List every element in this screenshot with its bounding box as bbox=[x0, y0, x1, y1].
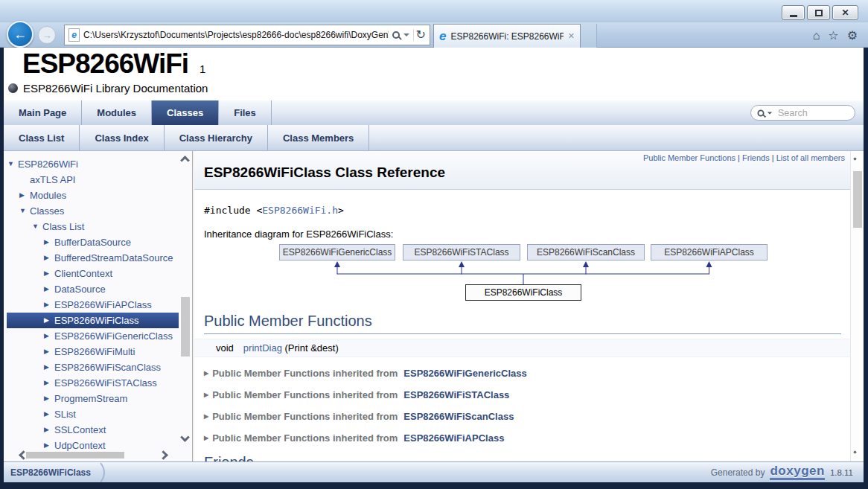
chevron-down-icon[interactable] bbox=[403, 33, 409, 36]
scroll-up-icon[interactable] bbox=[180, 156, 190, 165]
sidebar-item-class-list[interactable]: Class List bbox=[4, 219, 179, 234]
expand-arrow-icon[interactable] bbox=[204, 391, 208, 398]
sidebar-item-label: SList bbox=[54, 409, 76, 420]
inherited-class-link[interactable]: ESP8266WiFiSTAClass bbox=[403, 389, 509, 400]
tab-main-page[interactable]: Main Page bbox=[4, 100, 82, 125]
summary-link-friends[interactable]: Friends bbox=[742, 153, 770, 162]
inherited-class-link[interactable]: ESP8266WiFiAPClass bbox=[403, 432, 504, 444]
expand-arrow-icon[interactable] bbox=[204, 370, 208, 377]
search-icon[interactable] bbox=[758, 109, 765, 116]
minimize-button[interactable] bbox=[782, 5, 805, 20]
back-button[interactable]: ← bbox=[7, 21, 33, 48]
content-vertical-scrollbar[interactable] bbox=[850, 151, 864, 461]
forward-button[interactable]: → bbox=[38, 26, 56, 44]
address-bar[interactable]: e ↻ bbox=[64, 25, 430, 45]
tree-expand-icon[interactable] bbox=[19, 207, 26, 214]
tree-expand-icon[interactable] bbox=[44, 254, 49, 261]
chevron-down-icon[interactable] bbox=[768, 112, 772, 114]
tree-expand-icon[interactable] bbox=[44, 316, 49, 324]
inherited-section-esp8266wifigenericclass[interactable]: Public Member Functions inherited fromES… bbox=[204, 368, 850, 379]
sidebar-item-esp8266wifi[interactable]: ESP8266WiFi bbox=[4, 156, 179, 172]
sidebar-horizontal-scrollbar[interactable] bbox=[4, 448, 179, 461]
sidebar-item-modules[interactable]: Modules bbox=[4, 188, 179, 203]
inherited-section-esp8266wifiscanclass[interactable]: Public Member Functions inherited fromES… bbox=[204, 411, 850, 422]
favorites-star-icon[interactable]: ☆ bbox=[828, 28, 838, 42]
browser-tab[interactable]: e ESP8266WiFi: ESP8266WiFi... ✕ bbox=[433, 24, 581, 48]
expand-arrow-icon[interactable] bbox=[204, 435, 208, 441]
close-button[interactable]: ✕ bbox=[832, 5, 858, 20]
inherited-class-link[interactable]: ESP8266WiFiGenericClass bbox=[403, 368, 526, 379]
tab-classes[interactable]: Classes bbox=[152, 100, 219, 125]
search-box[interactable] bbox=[750, 105, 855, 121]
tree-expand-icon[interactable] bbox=[44, 379, 49, 386]
tree-expand-icon[interactable] bbox=[44, 301, 49, 308]
sidebar-item-progmemstream[interactable]: ProgmemStream bbox=[4, 391, 179, 406]
refresh-icon[interactable]: ↻ bbox=[413, 29, 426, 41]
diagram-node-esp8266wifiapclass[interactable]: ESP8266WiFiAPClass bbox=[651, 244, 768, 261]
tab-close-icon[interactable]: ✕ bbox=[568, 31, 575, 41]
tab-class-members[interactable]: Class Members bbox=[268, 125, 369, 150]
sidebar-item-esp8266wificlass[interactable]: ESP8266WiFiClass bbox=[7, 313, 179, 328]
url-input[interactable] bbox=[83, 30, 389, 40]
diagram-node-esp8266wifiscanclass[interactable]: ESP8266WiFiScanClass bbox=[527, 244, 645, 261]
tree-expand-icon[interactable] bbox=[44, 238, 49, 246]
sidebar-item-sslcontext[interactable]: SSLContext bbox=[4, 422, 179, 438]
tree-expand-icon[interactable] bbox=[44, 426, 49, 433]
search-input[interactable] bbox=[775, 108, 849, 118]
summary-link-public-member-functions[interactable]: Public Member Functions bbox=[643, 153, 735, 162]
diagram-node-esp8266wifistaclass[interactable]: ESP8266WiFiSTAClass bbox=[403, 244, 520, 261]
tree-expand-icon[interactable] bbox=[19, 191, 25, 199]
maximize-button[interactable] bbox=[807, 5, 830, 20]
scrollbar-thumb[interactable] bbox=[26, 452, 124, 458]
inherited-section-esp8266wifistaclass[interactable]: Public Member Functions inherited fromES… bbox=[204, 389, 850, 400]
scrollbar-thumb[interactable] bbox=[853, 171, 862, 228]
tree-expand-icon[interactable] bbox=[44, 269, 49, 277]
tab-files[interactable]: Files bbox=[219, 100, 272, 125]
member-link-printdiag[interactable]: printDiag bbox=[243, 342, 282, 354]
sidebar-item-esp8266wifiapclass[interactable]: ESP8266WiFiAPClass bbox=[4, 297, 179, 313]
search-icon[interactable] bbox=[392, 31, 400, 39]
inherited-class-link[interactable]: ESP8266WiFiScanClass bbox=[403, 411, 514, 422]
sidebar-item-bufferedstreamdatasource[interactable]: BufferedStreamDataSource bbox=[4, 250, 179, 266]
sidebar-item-esp8266wifigenericclass[interactable]: ESP8266WiFiGenericClass bbox=[4, 328, 179, 344]
tree-expand-icon[interactable] bbox=[44, 348, 49, 355]
sidebar-vertical-scrollbar[interactable] bbox=[179, 151, 192, 448]
tab-class-hierarchy[interactable]: Class Hierarchy bbox=[165, 125, 268, 150]
doxygen-logo[interactable]: doxygen bbox=[770, 464, 824, 480]
sidebar-item-esp8266wifimulti[interactable]: ESP8266WiFiMulti bbox=[4, 344, 179, 359]
diagram-node-esp8266wifigenericclass[interactable]: ESP8266WiFiGenericClass bbox=[279, 244, 395, 261]
sidebar-item-bufferdatasource[interactable]: BufferDataSource bbox=[4, 234, 179, 250]
expand-arrow-icon[interactable] bbox=[204, 413, 208, 420]
tab-modules[interactable]: Modules bbox=[82, 100, 152, 125]
title-area: ESP8266WiFi 1 ESP8266WiFi Library Docume… bbox=[4, 48, 864, 100]
scroll-down-icon[interactable] bbox=[853, 450, 856, 453]
scrollbar-thumb[interactable] bbox=[181, 297, 190, 357]
summary-link-list-of-all-members[interactable]: List of all members bbox=[776, 153, 845, 162]
tree-expand-icon[interactable] bbox=[44, 410, 49, 418]
sidebar-item-datasource[interactable]: DataSource bbox=[4, 281, 179, 297]
scroll-up-icon[interactable] bbox=[853, 157, 856, 160]
tab-class-list[interactable]: Class List bbox=[4, 125, 80, 150]
sidebar-item-clientcontext[interactable]: ClientContext bbox=[4, 266, 179, 281]
tree-expand-icon[interactable] bbox=[7, 160, 14, 167]
include-file-link[interactable]: ESP8266WiFi.h bbox=[262, 205, 338, 216]
diagram-node-esp8266wificlass[interactable]: ESP8266WiFiClass bbox=[465, 284, 581, 301]
scroll-down-icon[interactable] bbox=[180, 432, 190, 442]
tree-expand-icon[interactable] bbox=[44, 332, 49, 339]
tree-expand-icon[interactable] bbox=[44, 285, 49, 293]
sidebar-item-esp8266wifistaclass[interactable]: ESP8266WiFiSTAClass bbox=[4, 375, 179, 391]
tab-class-index[interactable]: Class Index bbox=[80, 125, 164, 150]
new-tab-button[interactable] bbox=[581, 24, 597, 48]
tree-expand-icon[interactable] bbox=[44, 363, 49, 371]
sidebar-item-axtls-api[interactable]: axTLS API bbox=[4, 172, 179, 188]
tree-expand-icon[interactable] bbox=[44, 394, 49, 402]
sidebar-item-classes[interactable]: Classes bbox=[4, 203, 179, 219]
inherited-section-esp8266wifiapclass[interactable]: Public Member Functions inherited fromES… bbox=[204, 432, 850, 444]
settings-gear-icon[interactable]: ⚙ bbox=[847, 28, 858, 42]
scroll-right-icon[interactable] bbox=[159, 450, 168, 460]
sidebar-item-esp8266wifiscanclass[interactable]: ESP8266WiFiScanClass bbox=[4, 359, 179, 375]
sidebar-item-slist[interactable]: SList bbox=[4, 406, 179, 422]
tree-expand-icon[interactable] bbox=[32, 223, 39, 230]
home-icon[interactable]: ⌂ bbox=[813, 29, 820, 42]
breadcrumb[interactable]: ESP8266WiFiClass bbox=[10, 467, 91, 478]
